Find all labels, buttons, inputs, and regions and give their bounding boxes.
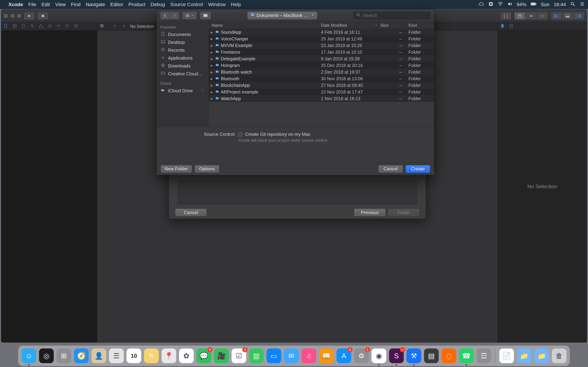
wizard-previous-button[interactable]: Previous: [354, 209, 386, 216]
toggle-debug-area-button[interactable]: [562, 12, 573, 20]
close-window-icon[interactable]: [4, 14, 8, 18]
cloud-icon[interactable]: [479, 1, 484, 8]
dock-app-appstore[interactable]: A6: [337, 349, 351, 363]
wifi-icon[interactable]: [498, 1, 503, 8]
file-inspector-icon[interactable]: [500, 24, 505, 29]
menu-file[interactable]: File: [28, 2, 36, 7]
dock-app-preferences[interactable]: ⚙1: [354, 349, 369, 363]
dock-app-ibooks[interactable]: 📖: [319, 349, 334, 363]
dock-app-maps[interactable]: 📍: [162, 349, 176, 363]
menubar-time[interactable]: 16:44: [554, 2, 566, 7]
disclosure-icon[interactable]: ▸: [211, 90, 214, 95]
toggle-inspector-button[interactable]: [573, 12, 584, 20]
dock-app-safari[interactable]: 🧭: [74, 349, 89, 363]
dock-app-slack[interactable]: S•: [389, 349, 404, 363]
search-input[interactable]: [363, 13, 428, 18]
menu-navigate[interactable]: Navigate: [86, 2, 105, 7]
toggle-navigator-button[interactable]: [551, 12, 562, 20]
sidebar-item-documents[interactable]: Documents: [157, 31, 208, 38]
disclosure-icon[interactable]: ▸: [211, 56, 214, 61]
dock-app-trash[interactable]: 🗑: [552, 349, 566, 363]
project-navigator-icon[interactable]: [4, 24, 8, 29]
menu-edit[interactable]: Edit: [42, 2, 50, 7]
menu-view[interactable]: View: [55, 2, 66, 7]
menu-extra-icon[interactable]: [488, 1, 493, 8]
menu-debug[interactable]: Debug: [150, 2, 165, 7]
nav-back-button[interactable]: [160, 12, 170, 19]
dock-app-chrome[interactable]: ◉: [372, 349, 386, 363]
dock-app-launchpad[interactable]: ⊞: [57, 349, 71, 363]
create-button[interactable]: Create: [406, 165, 430, 173]
group-button[interactable]: [200, 12, 211, 19]
file-row[interactable]: ▸Freelance17 Jan 2019 at 15:10--Folder: [209, 49, 434, 55]
sidebar-item-icloud-drive[interactable]: iCloud Drive: [157, 87, 208, 95]
battery-icon[interactable]: [531, 1, 536, 8]
menu-help[interactable]: Help: [231, 2, 241, 7]
git-checkbox[interactable]: [238, 132, 242, 137]
menu-source-control[interactable]: Source Control: [170, 2, 203, 7]
sidebar-item-desktop[interactable]: Desktop: [157, 38, 208, 46]
nav-back-icon[interactable]: [113, 24, 117, 29]
column-date[interactable]: Date Modified: [319, 22, 378, 29]
quick-help-inspector-icon[interactable]: ?: [509, 24, 513, 29]
sidebar-item-downloads[interactable]: Downloads: [157, 62, 208, 70]
menu-product[interactable]: Product: [129, 2, 146, 7]
dock-app-photos[interactable]: ✿: [179, 349, 194, 363]
find-navigator-icon[interactable]: [30, 24, 35, 29]
volume-icon[interactable]: [507, 1, 512, 8]
file-row[interactable]: ▸VoiceChanger25 Jan 2019 at 12:49--Folde…: [209, 35, 434, 42]
stop-button[interactable]: [37, 12, 49, 20]
symbol-navigator-icon[interactable]: [21, 24, 26, 29]
dock-app-todo[interactable]: ☲: [476, 349, 491, 363]
dock-app-folder-pin[interactable]: 📁: [517, 349, 531, 363]
dock-app-spinner[interactable]: ◌: [441, 349, 456, 363]
dock-app-reminders[interactable]: ☰: [109, 349, 124, 363]
source-control-navigator-icon[interactable]: [12, 24, 17, 29]
nav-forward-icon[interactable]: [121, 24, 126, 29]
disclosure-icon[interactable]: ▸: [211, 70, 214, 75]
code-snippets-button[interactable]: { }: [500, 12, 511, 20]
standard-editor-button[interactable]: [514, 12, 526, 20]
dock-app-messages[interactable]: 💬8: [197, 349, 211, 363]
disclosure-icon[interactable]: ▸: [211, 83, 214, 88]
related-items-icon[interactable]: [100, 24, 104, 29]
dock-app-numbers[interactable]: ▥: [249, 349, 264, 363]
run-button[interactable]: [24, 12, 35, 20]
window-traffic-lights[interactable]: [4, 14, 21, 18]
issue-navigator-icon[interactable]: [39, 24, 43, 29]
file-row[interactable]: ▸DelegateExample9 Jan 2019 at 15:39--Fol…: [209, 55, 434, 62]
path-popup-button[interactable]: Dokumenti – MacBook Pr…: [247, 12, 317, 20]
wizard-cancel-button[interactable]: Cancel: [175, 209, 207, 216]
disclosure-icon[interactable]: ▸: [211, 63, 214, 68]
sidebar-item-recents[interactable]: Recents: [157, 46, 208, 54]
dock-app-whatsapp[interactable]: ☎: [459, 349, 474, 363]
file-row[interactable]: ▸WatchApp1 Nov 2018 at 16:13--Folder: [209, 95, 434, 102]
dock-app-facetime[interactable]: 🎥: [214, 349, 229, 363]
cancel-button[interactable]: Cancel: [378, 165, 403, 173]
dock-app-notes[interactable]: ✎: [144, 349, 159, 363]
disclosure-icon[interactable]: ▸: [211, 36, 214, 42]
sidebar-item-creative-cloud[interactable]: Creative Cloud…: [157, 70, 208, 78]
search-field[interactable]: [354, 12, 431, 19]
dock-app-siri[interactable]: ◎: [39, 349, 54, 363]
file-row[interactable]: ▸ARProject example22 Nov 2018 at 17:47--…: [209, 89, 434, 95]
jump-bar-no-selection[interactable]: No Selection: [130, 24, 154, 29]
spotlight-icon[interactable]: [570, 1, 575, 8]
dock-app-finder[interactable]: ☺: [22, 349, 36, 363]
dock-app-xcode[interactable]: ⚒: [406, 349, 421, 363]
menu-find[interactable]: Find: [71, 2, 80, 7]
dock-app-sublime[interactable]: ▤: [424, 349, 439, 363]
file-list-body[interactable]: ▸SoundApp4 Feb 2019 at 16:11--Folder▸Voi…: [209, 29, 434, 127]
dock-app-contacts[interactable]: 👤: [92, 349, 106, 363]
options-button[interactable]: Options: [195, 165, 219, 173]
file-row[interactable]: ▸SoundApp4 Feb 2019 at 16:11--Folder: [209, 29, 434, 35]
dock-app-mail[interactable]: ✉: [284, 349, 299, 363]
version-editor-button[interactable]: [537, 12, 548, 20]
dock-app-itunes[interactable]: ♫: [302, 349, 316, 363]
column-size[interactable]: Size: [378, 22, 406, 29]
git-checkbox-label[interactable]: Create Git repository on my Mac: [245, 132, 311, 137]
disclosure-icon[interactable]: ▸: [211, 76, 214, 81]
test-navigator-icon[interactable]: [47, 24, 52, 29]
dock-app-document[interactable]: 📄: [499, 349, 514, 363]
notification-center-icon[interactable]: [579, 1, 585, 8]
